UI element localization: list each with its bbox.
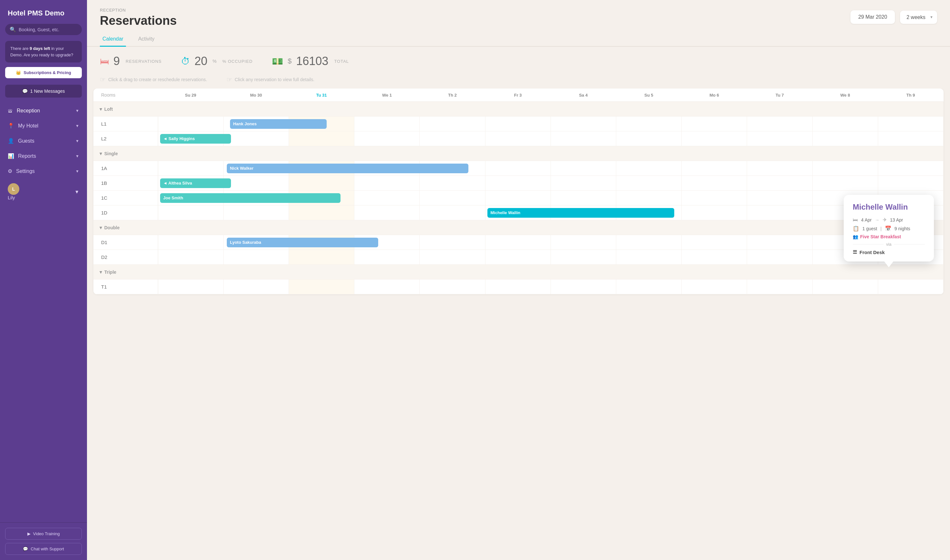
cell-d1-su5[interactable] <box>616 235 681 250</box>
cell-l1-th9[interactable] <box>878 117 943 131</box>
cell-1a-th9[interactable] <box>878 161 943 176</box>
cell-d1-th2[interactable] <box>420 235 485 250</box>
cell-1a-mo6[interactable] <box>682 161 747 176</box>
cell-1b-we8[interactable] <box>813 176 878 191</box>
cell-l2-th9[interactable] <box>878 131 943 146</box>
cell-1a-su5[interactable] <box>616 161 681 176</box>
video-training-button[interactable]: ▶ Video Training <box>5 528 82 540</box>
cell-l1-mo30[interactable]: Hank Jones <box>223 117 289 131</box>
cell-1b-su5[interactable] <box>616 176 681 191</box>
cell-1b-tu7[interactable] <box>747 176 813 191</box>
reservation-althea-silva[interactable]: ◄ Althea Silva <box>160 178 231 188</box>
cell-d2-tu31[interactable] <box>289 250 354 265</box>
cell-l2-fr3[interactable] <box>485 131 551 146</box>
cell-1d-mo6[interactable] <box>682 205 747 220</box>
reservation-joe-smith[interactable]: Joe Smith <box>160 193 340 203</box>
cell-1b-we1[interactable] <box>354 176 420 191</box>
cell-1c-su5[interactable] <box>616 191 681 205</box>
cell-d2-fr3[interactable] <box>485 250 551 265</box>
cell-1d-su29[interactable] <box>158 205 223 220</box>
reservation-hank-jones[interactable]: Hank Jones <box>230 119 326 129</box>
sidebar-item-guests[interactable]: 👤 Guests ▼ <box>0 133 87 148</box>
cell-1b-mo6[interactable] <box>682 176 747 191</box>
cell-1b-sa4[interactable] <box>551 176 616 191</box>
tab-calendar[interactable]: Calendar <box>100 33 126 47</box>
upgrade-button[interactable]: 👑 Subscriptions & Pricing <box>5 67 82 78</box>
cell-1d-tu7[interactable] <box>747 205 813 220</box>
cell-d2-tu7[interactable] <box>747 250 813 265</box>
sidebar-item-myhotel[interactable]: 📍 My Hotel ▼ <box>0 118 87 133</box>
cell-l2-we8[interactable] <box>813 131 878 146</box>
cell-1a-we8[interactable] <box>813 161 878 176</box>
cell-d2-mo30[interactable] <box>223 250 289 265</box>
cell-1b-mo30[interactable] <box>223 176 289 191</box>
cell-1d-fr3[interactable]: Michelle Wallin <box>485 205 551 220</box>
cell-d1-tu7[interactable] <box>747 235 813 250</box>
sidebar-item-settings[interactable]: ⚙ Settings ▼ <box>0 164 87 179</box>
cell-1c-mo6[interactable] <box>682 191 747 205</box>
cell-d2-we1[interactable] <box>354 250 420 265</box>
cell-1a-mo30[interactable]: Nick Walker <box>223 161 289 176</box>
cell-1c-su29[interactable]: Joe Smith <box>158 191 223 205</box>
cell-l1-tu7[interactable] <box>747 117 813 131</box>
cell-l1-su5[interactable] <box>616 117 681 131</box>
cell-1c-sa4[interactable] <box>551 191 616 205</box>
cell-d2-th2[interactable] <box>420 250 485 265</box>
calendar-scroll[interactable]: Rooms Su 29 Mo 30 Tu 31 We 1 Th 2 Fr 3 S… <box>87 89 950 560</box>
search-input[interactable] <box>19 27 77 32</box>
cell-l1-mo6[interactable] <box>682 117 747 131</box>
cell-d1-fr3[interactable] <box>485 235 551 250</box>
cell-1c-tu7[interactable] <box>747 191 813 205</box>
cell-1b-th9[interactable] <box>878 176 943 191</box>
cell-l1-we8[interactable] <box>813 117 878 131</box>
search-bar[interactable]: 🔍 <box>5 24 82 35</box>
cell-d1-mo6[interactable] <box>682 235 747 250</box>
cell-1d-tu31[interactable] <box>289 205 354 220</box>
date-picker-button[interactable]: 29 Mar 2020 <box>850 10 895 24</box>
cell-1a-sa4[interactable] <box>551 161 616 176</box>
cell-l2-sa4[interactable] <box>551 131 616 146</box>
cell-d1-mo30[interactable]: Lyoto Sakuraba <box>223 235 289 250</box>
cell-l1-th2[interactable] <box>420 117 485 131</box>
reservation-nick-walker[interactable]: Nick Walker <box>227 164 468 173</box>
cell-d1-sa4[interactable] <box>551 235 616 250</box>
view-select[interactable]: 2 weeks 1 week 1 month <box>900 11 937 24</box>
cell-1c-we1[interactable] <box>354 191 420 205</box>
cell-1c-th2[interactable] <box>420 191 485 205</box>
cell-l2-we1[interactable] <box>354 131 420 146</box>
reservation-sally-higgins[interactable]: ◄ Sally Higgins <box>160 134 231 144</box>
cell-l2-mo6[interactable] <box>682 131 747 146</box>
cell-1d-we1[interactable] <box>354 205 420 220</box>
sidebar-item-reception[interactable]: 🛎 Reception ▼ <box>0 103 87 118</box>
cell-d2-su5[interactable] <box>616 250 681 265</box>
cell-1d-mo30[interactable] <box>223 205 289 220</box>
cell-l2-mo30[interactable] <box>223 131 289 146</box>
cell-l1-su29[interactable] <box>158 117 223 131</box>
cell-l1-sa4[interactable] <box>551 117 616 131</box>
cell-1b-th2[interactable] <box>420 176 485 191</box>
messages-button[interactable]: 💬 1 New Messages <box>5 85 82 98</box>
user-menu[interactable]: L Lily ▼ <box>0 179 87 205</box>
cell-1b-su29[interactable]: ◄ Althea Silva <box>158 176 223 191</box>
cell-l1-fr3[interactable] <box>485 117 551 131</box>
cell-d1-su29[interactable] <box>158 235 223 250</box>
cell-1a-su29[interactable] <box>158 161 223 176</box>
reservation-lyoto-sakuraba[interactable]: Lyoto Sakuraba <box>227 238 378 247</box>
cell-1b-fr3[interactable] <box>485 176 551 191</box>
cell-l2-su5[interactable] <box>616 131 681 146</box>
cell-l2-su29[interactable]: ◄ Sally Higgins <box>158 131 223 146</box>
reservation-michelle-wallin[interactable]: Michelle Wallin <box>487 208 674 218</box>
cell-1a-tu7[interactable] <box>747 161 813 176</box>
cell-l2-tu7[interactable] <box>747 131 813 146</box>
cell-1a-fr3[interactable] <box>485 161 551 176</box>
chat-support-button[interactable]: 💬 Chat with Support <box>5 543 82 555</box>
cell-d2-sa4[interactable] <box>551 250 616 265</box>
cell-d2-su29[interactable] <box>158 250 223 265</box>
cell-1d-th2[interactable] <box>420 205 485 220</box>
cell-l2-tu31[interactable] <box>289 131 354 146</box>
cell-1b-tu31[interactable] <box>289 176 354 191</box>
cell-l2-th2[interactable] <box>420 131 485 146</box>
cell-l1-we1[interactable] <box>354 117 420 131</box>
cell-1c-fr3[interactable] <box>485 191 551 205</box>
tab-activity[interactable]: Activity <box>135 33 157 47</box>
